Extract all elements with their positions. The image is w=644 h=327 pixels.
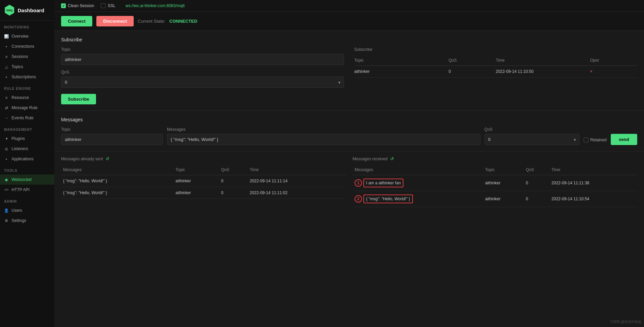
sidebar-item-label: Plugins: [12, 136, 25, 141]
ssl-checkbox[interactable]: [101, 3, 106, 8]
sent-col-messages: Messages: [61, 165, 173, 175]
resource-icon: ≡: [4, 95, 9, 100]
sent-table-row: { "msg": "Hello, World!" } aithinker 0 2…: [61, 175, 346, 187]
topics-icon: △: [4, 64, 9, 69]
msg-qos-label: QoS: [485, 127, 580, 132]
subscribe-topic-input[interactable]: [61, 54, 344, 65]
sent-table-header: Messages Topic QoS Time: [61, 165, 346, 175]
recv-topic: aithinker: [483, 175, 524, 191]
section-management: MANAGEMENT: [0, 123, 54, 134]
sidebar-item-http-api[interactable]: </> HTTP API: [0, 185, 54, 195]
state-label: Current State:: [138, 19, 165, 24]
msg-topic-label: Topic: [61, 127, 163, 132]
clean-session-checkbox-item[interactable]: ✓ Clean Session: [61, 3, 94, 8]
messages-qos-select[interactable]: 012: [485, 134, 580, 145]
row-time: 2022-09-14 11:10:50: [496, 69, 590, 74]
topic-label: Topic: [61, 47, 344, 52]
sidebar-item-subscriptions[interactable]: ▪ Subscriptions: [0, 72, 54, 82]
received-messages-table: Messages Topic QoS Time 1I am a aithinke…: [353, 165, 637, 207]
topbar: ✓ Clean Session SSL ws://wx.ai-thinker.c…: [54, 0, 644, 12]
connections-icon: ▪: [4, 44, 9, 49]
subscribe-table-label: Subscribe: [354, 47, 637, 52]
sidebar-item-label: Overview: [12, 34, 29, 39]
sent-msg: { "msg": "Hello, World!" }: [61, 175, 173, 187]
section-admin: ADMIN: [0, 195, 54, 205]
sidebar-item-users[interactable]: 👤 Users: [0, 205, 54, 216]
sidebar-logo: EMQ Dashboard: [0, 0, 54, 21]
sidebar-item-label: Users: [12, 208, 22, 213]
sidebar-item-label: Settings: [12, 218, 26, 223]
badge-circle-1: 1: [355, 179, 362, 187]
recv-msg-text: I am a aithinker fan: [363, 179, 403, 187]
messages-title: Messages: [61, 117, 637, 122]
received-refresh-icon[interactable]: ↺: [390, 156, 394, 161]
retained-checkbox-item[interactable]: Retained: [584, 138, 607, 145]
logo-emblem: EMQ: [4, 5, 15, 16]
content-area: Subscribe Topic QoS 0 1 2: [54, 31, 644, 327]
sent-time: 2022-09-14 11:11:14: [248, 175, 346, 187]
subscribe-title: Subscribe: [61, 37, 637, 42]
row-topic: aithinker: [354, 69, 449, 74]
disconnect-button[interactable]: Disconnect: [96, 16, 134, 26]
websocket-icon: ◉: [4, 177, 9, 182]
subscribe-qos-select[interactable]: 0 1 2: [61, 77, 344, 88]
received-table-header: Messages Topic QoS Time: [353, 165, 637, 175]
subscribe-form: Topic QoS 0 1 2 Subscribe: [61, 47, 344, 104]
sent-topic: aithinker: [173, 175, 219, 187]
sidebar-item-label: HTTP API: [12, 187, 30, 192]
messages-topic-field: Topic: [61, 127, 163, 145]
sidebar-item-connections[interactable]: ▪ Connections: [0, 41, 54, 52]
sent-refresh-icon[interactable]: ↺: [106, 156, 109, 161]
sidebar-item-resource[interactable]: ≡ Resource: [0, 93, 54, 103]
sidebar-item-applications[interactable]: ▪ Applications: [0, 154, 54, 164]
state-value: CONNECTED: [169, 19, 197, 24]
recv-qos: 0: [524, 191, 549, 207]
message-rule-icon: ⇄: [4, 105, 9, 110]
sidebar-item-label: Sessions: [12, 54, 28, 59]
row-oper[interactable]: ×: [590, 69, 637, 74]
sent-qos: 0: [219, 187, 248, 199]
qos-label: QoS: [61, 70, 344, 75]
send-button[interactable]: send: [611, 134, 637, 145]
sidebar-item-label: Connections: [12, 44, 34, 49]
subscribe-button[interactable]: Subscribe: [61, 94, 96, 104]
sent-table-row: { "msg": "Hello, World!" } aithinker 0 2…: [61, 187, 346, 199]
sidebar-item-sessions[interactable]: ≡ Sessions: [0, 52, 54, 62]
recv-col-time: Time: [549, 165, 637, 175]
applications-icon: ▪: [4, 157, 9, 161]
sidebar-item-plugins[interactable]: ✦ Plugins: [0, 134, 54, 144]
sidebar-item-events-rule[interactable]: → Events Rule: [0, 113, 54, 123]
subscribe-table-header: Topic QoS Time Oper: [354, 55, 637, 66]
sent-messages-table: Messages Topic QoS Time { "msg": "Hello,…: [61, 165, 346, 199]
sidebar-item-overview[interactable]: 📊 Overview: [0, 31, 54, 41]
ssl-label: SSL: [108, 3, 115, 8]
sidebar-item-websocket[interactable]: ◉ Websocket: [0, 175, 54, 185]
messages-topic-input[interactable]: [61, 134, 163, 145]
retained-checkbox[interactable]: [584, 138, 588, 142]
sidebar-item-topics[interactable]: △ Topics: [0, 62, 54, 72]
sidebar-item-label: Events Rule: [12, 116, 34, 120]
ssl-checkbox-item[interactable]: SSL: [101, 3, 115, 8]
sidebar-item-listeners[interactable]: ◎ Listeners: [0, 144, 54, 154]
sent-messages-label: Messages already sent ↺: [61, 156, 346, 161]
col-oper: Oper: [590, 58, 637, 63]
messages-content-input[interactable]: [167, 134, 480, 145]
sidebar-item-message-rule[interactable]: ⇄ Message Rule: [0, 103, 54, 113]
col-topic: Topic: [354, 58, 449, 63]
connect-button[interactable]: Connect: [61, 16, 92, 26]
sessions-icon: ≡: [4, 54, 9, 59]
sidebar: EMQ Dashboard MONITORING 📊 Overview ▪ Co…: [0, 0, 54, 327]
tables-area: Messages already sent ↺ Messages Topic Q…: [54, 151, 644, 207]
sidebar-item-label: Topics: [12, 64, 23, 69]
received-table-row: 1I am a aithinker fan aithinker 0 2022-0…: [353, 175, 637, 191]
messages-form: Topic Messages QoS 012: [61, 127, 637, 145]
sidebar-item-label: Websocket: [12, 177, 32, 182]
messages-section: Messages Topic Messages QoS 012: [54, 111, 644, 151]
sidebar-item-label: Message Rule: [12, 105, 38, 110]
subscribe-table-panel: Subscribe Topic QoS Time Oper aithinker …: [354, 47, 637, 104]
section-rule-engine: Rule Engine: [0, 82, 54, 93]
sidebar-item-settings[interactable]: ⚙ Settings: [0, 216, 54, 226]
col-time: Time: [496, 58, 590, 63]
clean-session-checkbox[interactable]: ✓: [61, 3, 66, 8]
users-icon: 👤: [4, 208, 9, 213]
